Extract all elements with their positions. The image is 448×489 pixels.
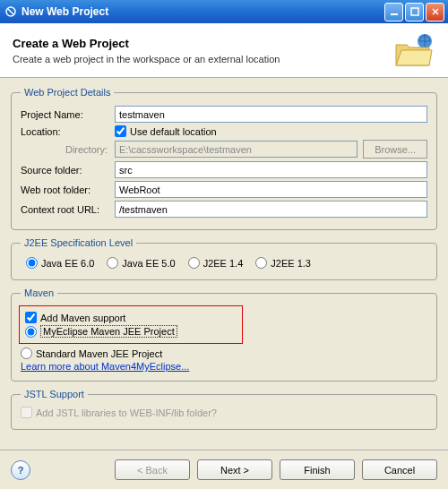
minimize-button[interactable]	[384, 3, 403, 21]
project-name-label: Project Name:	[21, 109, 115, 120]
wizard-header: Create a Web Project Create a web projec…	[0, 23, 448, 78]
maven-myeclipse-label: MyEclipse Maven JEE Project	[40, 325, 177, 338]
finish-button[interactable]: Finish	[280, 459, 355, 480]
jstl-checkbox	[21, 407, 32, 418]
maven-group: Maven Add Maven support MyEclipse Maven …	[11, 287, 437, 382]
maximize-button[interactable]	[405, 3, 424, 21]
window-title: New Web Project	[22, 5, 383, 18]
web-root-label: Web root folder:	[21, 184, 115, 195]
project-name-input[interactable]	[115, 106, 427, 123]
j2ee-opt3[interactable]: J2EE 1.4	[188, 257, 244, 269]
j2ee-group: J2EE Specification Level Java EE 6.0 Jav…	[11, 237, 437, 280]
next-button[interactable]: Next >	[197, 459, 272, 480]
maven-myeclipse-radio[interactable]	[25, 326, 37, 338]
jstl-legend: JSTL Support	[21, 389, 88, 399]
maven-highlight-box: Add Maven support MyEclipse Maven JEE Pr…	[19, 305, 243, 344]
details-legend: Web Project Details	[21, 87, 114, 98]
jstl-label: Add JSTL libraries to WEB-INF/lib folder…	[36, 408, 217, 418]
maven-standard-label: Standard Maven JEE Project	[36, 348, 162, 359]
j2ee-radio-14[interactable]	[188, 257, 200, 269]
j2ee-radio-ee5[interactable]	[107, 257, 118, 269]
location-label: Location:	[21, 126, 115, 137]
svg-rect-2	[411, 8, 418, 15]
context-root-label: Context root URL:	[21, 204, 115, 215]
cancel-button[interactable]: Cancel	[362, 459, 437, 480]
j2ee-opt1[interactable]: Java EE 6.0	[26, 257, 94, 269]
add-maven-support-checkbox[interactable]	[25, 312, 37, 323]
j2ee-opt4[interactable]: J2EE 1.3	[255, 257, 311, 269]
browse-button: Browse...	[363, 140, 427, 159]
web-project-details-group: Web Project Details Project Name: Locati…	[11, 87, 437, 230]
back-button: < Back	[115, 459, 190, 480]
source-folder-input[interactable]	[115, 161, 427, 178]
wizard-footer: ? < Back Next > Finish Cancel	[0, 450, 448, 489]
help-button[interactable]: ?	[11, 460, 30, 480]
context-root-input[interactable]	[115, 201, 427, 218]
maven-standard-radio[interactable]	[21, 347, 32, 359]
close-button[interactable]	[426, 3, 444, 21]
directory-input	[115, 141, 358, 158]
add-maven-support-label: Add Maven support	[40, 313, 125, 323]
maven-legend: Maven	[21, 287, 57, 298]
j2ee-opt2[interactable]: Java EE 5.0	[107, 257, 175, 269]
web-root-input[interactable]	[115, 181, 427, 198]
titlebar: New Web Project	[0, 0, 448, 23]
jstl-group: JSTL Support Add JSTL libraries to WEB-I…	[11, 389, 437, 430]
svg-rect-1	[391, 13, 398, 15]
j2ee-radio-13[interactable]	[255, 257, 267, 269]
page-subtitle: Create a web project in the workspace or…	[13, 54, 392, 64]
j2ee-legend: J2EE Specification Level	[21, 237, 136, 248]
folder-globe-icon	[392, 32, 435, 68]
j2ee-radio-ee6[interactable]	[26, 257, 38, 269]
use-default-location-label: Use default location	[130, 126, 217, 137]
directory-label: Directory:	[21, 144, 115, 155]
maven-learn-more-link[interactable]: Learn more about Maven4MyEclipse...	[21, 361, 189, 372]
page-title: Create a Web Project	[13, 37, 392, 50]
source-folder-label: Source folder:	[21, 165, 115, 176]
app-icon	[4, 4, 18, 19]
use-default-location-checkbox[interactable]	[115, 125, 126, 137]
